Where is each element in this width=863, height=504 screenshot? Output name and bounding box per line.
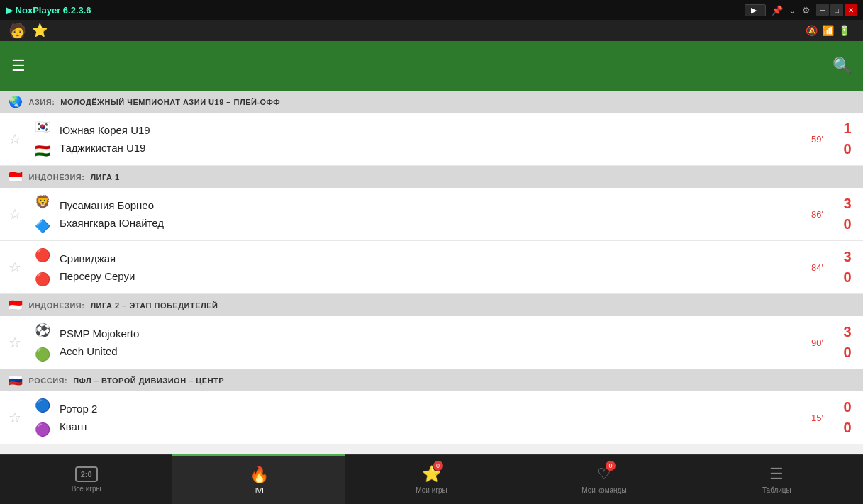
league-region: ИНДОНЕЗИЯ: [29, 301, 85, 310]
favorite-button[interactable]: ☆ [9, 409, 26, 426]
minimize-button[interactable]: ─ [816, 4, 829, 16]
team-logos: ⚽ 🟢 [33, 320, 52, 364]
league-header-asia-u19: 🌏 АЗИЯ: МОЛОДЁЖНЫЙ ЧЕМПИОНАТ АЗИИ U19 – … [0, 91, 863, 113]
status-bar-left: 🧑 ⭐ [9, 22, 48, 39]
league-name: ЛИГА 2 – ЭТАП ПОБЕДИТЕЛЕЙ [90, 301, 218, 310]
scores: 3 0 [840, 324, 854, 361]
maximize-button[interactable]: □ [830, 4, 843, 16]
match-time: 86' [798, 209, 823, 220]
team1-name: Сривиджая [60, 252, 798, 264]
team2-name: Таджикистан U19 [60, 142, 798, 154]
match-row[interactable]: ☆ ⚽ 🟢 PSMP Mojokerto Aceh United 90' 3 0 [0, 316, 863, 369]
match-row[interactable]: ☆ 🔴 🔴 Сривиджая Персеру Серуи 84' 3 0 [0, 241, 863, 294]
team2-name: Бхаянгкара Юнайтед [60, 217, 798, 229]
badge-my-teams: 0 [606, 461, 616, 471]
window-controls: ─ □ ✕ [816, 4, 857, 16]
team2-name: Персеру Серуи [60, 270, 798, 282]
match-row[interactable]: ☆ 🔵 🟣 Ротор 2 Квант 15' 0 0 [0, 391, 863, 444]
team1-name: PSMP Mojokerto [60, 327, 798, 340]
nav-item-live[interactable]: 🔥 LIVE [172, 454, 345, 504]
score-display-icon: 2:0 [75, 466, 98, 482]
nav-label-live: LIVE [251, 487, 267, 495]
app-center-button[interactable]: ▶ [745, 4, 766, 16]
team-logos: 🦁 🔷 [33, 192, 52, 236]
nav-item-my-teams[interactable]: ♡ 0 Мои команды [518, 454, 690, 504]
team2-logo: 🔴 [33, 269, 52, 289]
system-icon-chevron: ⌄ [789, 5, 796, 16]
nav-label-my-games: Мои игры [416, 486, 447, 494]
league-flag: 🇮🇩 [9, 170, 23, 184]
team1-logo: 🔵 [33, 396, 52, 415]
system-bar-left: ▶ NoxPlayer 6.2.3.6 [6, 5, 91, 16]
score1: 3 [840, 249, 854, 265]
team-logos: 🔴 🔴 [33, 245, 52, 289]
team1-name: Ротор 2 [60, 403, 798, 415]
scores: 0 0 [840, 399, 854, 436]
favorite-button[interactable]: ☆ [9, 206, 26, 223]
score1: 3 [840, 324, 854, 340]
score2: 0 [840, 216, 854, 233]
system-bar: ▶ NoxPlayer 6.2.3.6 ▶ 📌 ⌄ ⚙ ─ □ ✕ [0, 0, 863, 20]
scores: 3 0 [840, 249, 854, 286]
score1: 1 [840, 121, 854, 137]
status-bar: 🧑 ⭐ 🔕 📶 🔋 [0, 20, 863, 41]
avatar-icon: 🧑 [9, 22, 26, 39]
league-region: ИНДОНЕЗИЯ: [29, 173, 85, 181]
team2-logo: 🟣 [33, 420, 52, 439]
nav-label-all-games: Все игры [72, 485, 101, 493]
league-header-russia-pfl: 🇷🇺 РОССИЯ: ПФЛ – ВТОРОЙ ДИВИЗИОН – ЦЕНТР [0, 369, 863, 391]
teams-info: Пусамания Борнео Бхаянгкара Юнайтед [60, 199, 798, 229]
score2: 0 [840, 269, 854, 286]
content-area: 🌏 АЗИЯ: МОЛОДЁЖНЫЙ ЧЕМПИОНАТ АЗИИ U19 – … [0, 91, 863, 454]
close-button[interactable]: ✕ [845, 4, 857, 16]
wifi-icon: 📶 [822, 25, 834, 36]
team2-name: Aceh United [60, 345, 798, 357]
nav-icon-live: 🔥 [250, 466, 269, 484]
league-name: ПФЛ – ВТОРОЙ ДИВИЗИОН – ЦЕНТР [73, 376, 224, 385]
league-flag: 🇮🇩 [9, 298, 23, 312]
nav-label-my-teams: Мои команды [581, 486, 626, 494]
league-header-indonesia-liga1: 🇮🇩 ИНДОНЕЗИЯ: ЛИГА 1 [0, 166, 863, 188]
match-time: 59' [798, 134, 823, 145]
favorite-button[interactable]: ☆ [9, 334, 26, 351]
score1: 3 [840, 196, 854, 212]
team1-logo: 🇰🇷 [33, 117, 52, 137]
badge-my-games: 0 [433, 461, 443, 471]
league-flag: 🌏 [9, 95, 23, 108]
team1-logo: 🔴 [33, 245, 52, 265]
team2-logo: 🇹🇯 [33, 141, 52, 161]
system-icon-pin: 📌 [772, 5, 783, 16]
hamburger-menu-button[interactable]: ☰ [11, 57, 26, 75]
nav-item-tables[interactable]: ☰ Таблицы [691, 454, 863, 504]
team-logos: 🇰🇷 🇹🇯 [33, 117, 52, 161]
team1-logo: ⚽ [33, 320, 52, 340]
nav-label-tables: Таблицы [762, 486, 791, 494]
scores: 3 0 [840, 196, 854, 233]
team1-logo: 🦁 [33, 192, 52, 212]
nav-item-my-games[interactable]: ⭐ 0 Мои игры [345, 454, 518, 504]
nav-item-all-games[interactable]: 2:0 Все игры [0, 454, 172, 504]
match-time: 15' [798, 413, 823, 423]
match-row[interactable]: ☆ 🇰🇷 🇹🇯 Южная Корея U19 Таджикистан U19 … [0, 113, 863, 166]
teams-info: Южная Корея U19 Таджикистан U19 [60, 124, 798, 154]
match-time: 84' [798, 262, 823, 273]
score2: 0 [840, 141, 854, 157]
system-bar-right: ▶ 📌 ⌄ ⚙ ─ □ ✕ [745, 4, 857, 16]
bottom-nav: 2:0 Все игры 🔥 LIVE ⭐ 0 Мои игры ♡ 0 Мои… [0, 454, 863, 504]
mute-icon: 🔕 [806, 25, 818, 36]
teams-info: Сривиджая Персеру Серуи [60, 252, 798, 282]
favorite-button[interactable]: ☆ [9, 259, 26, 276]
star-status-icon: ⭐ [32, 23, 48, 38]
league-name: ЛИГА 1 [90, 173, 119, 181]
match-row[interactable]: ☆ 🦁 🔷 Пусамания Борнео Бхаянгкара Юнайте… [0, 188, 863, 241]
favorite-button[interactable]: ☆ [9, 130, 26, 147]
team2-name: Квант [60, 420, 798, 432]
team1-name: Южная Корея U19 [60, 124, 798, 136]
status-bar-right: 🔕 📶 🔋 [806, 25, 854, 36]
team1-name: Пусамания Борнео [60, 199, 798, 211]
app-header: ☰ 🔍 [0, 41, 863, 91]
search-button[interactable]: 🔍 [833, 57, 852, 75]
nav-icon-tables: ☰ [769, 465, 784, 483]
team2-logo: 🟢 [33, 345, 52, 364]
league-name: МОЛОДЁЖНЫЙ ЧЕМПИОНАТ АЗИИ U19 – ПЛЕЙ-ОФФ [60, 98, 280, 106]
